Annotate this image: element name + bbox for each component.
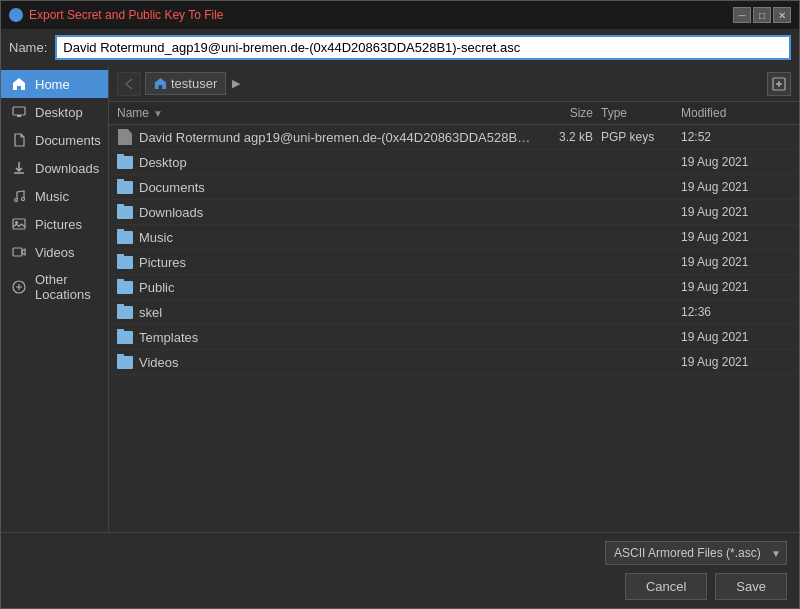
save-button[interactable]: Save bbox=[715, 573, 787, 600]
file-toolbar: testuser ▶ bbox=[109, 66, 799, 102]
documents-icon bbox=[11, 132, 27, 148]
svg-rect-6 bbox=[13, 248, 22, 256]
new-folder-button[interactable] bbox=[767, 72, 791, 96]
col-type-header: Type bbox=[601, 106, 681, 120]
filter-select[interactable]: ASCII Armored Files (*.asc) All Files bbox=[605, 541, 787, 565]
file-name: skel bbox=[139, 305, 162, 320]
minimize-button[interactable]: ─ bbox=[733, 7, 751, 23]
table-row[interactable]: Public 19 Aug 2021 bbox=[109, 275, 799, 300]
action-row: Cancel Save bbox=[13, 573, 787, 600]
filter-row: ASCII Armored Files (*.asc) All Files bbox=[13, 541, 787, 565]
app-icon bbox=[9, 8, 23, 22]
filename-input[interactable] bbox=[55, 35, 791, 60]
file-name-cell: skel bbox=[117, 304, 531, 320]
table-row[interactable]: Pictures 19 Aug 2021 bbox=[109, 250, 799, 275]
table-row[interactable]: Downloads 19 Aug 2021 bbox=[109, 200, 799, 225]
file-modified: 19 Aug 2021 bbox=[681, 205, 791, 219]
table-row[interactable]: Templates 19 Aug 2021 bbox=[109, 325, 799, 350]
breadcrumb-arrow: ▶ bbox=[230, 75, 242, 92]
file-modified: 12:36 bbox=[681, 305, 791, 319]
file-type-icon bbox=[117, 254, 133, 270]
sidebar-documents-label: Documents bbox=[35, 133, 101, 148]
sidebar-item-pictures[interactable]: Pictures bbox=[1, 210, 108, 238]
file-name: Desktop bbox=[139, 155, 187, 170]
close-button[interactable]: ✕ bbox=[773, 7, 791, 23]
file-type-icon bbox=[117, 304, 133, 320]
file-name: Pictures bbox=[139, 255, 186, 270]
file-type-icon bbox=[117, 229, 133, 245]
file-name-cell: Pictures bbox=[117, 254, 531, 270]
file-type-icon bbox=[117, 329, 133, 345]
folder-icon bbox=[117, 356, 133, 369]
svg-rect-4 bbox=[13, 219, 25, 229]
table-row[interactable]: Music 19 Aug 2021 bbox=[109, 225, 799, 250]
file-modified: 19 Aug 2021 bbox=[681, 230, 791, 244]
sidebar-videos-label: Videos bbox=[35, 245, 75, 260]
file-list-header: Name ▼ Size Type Modified bbox=[109, 102, 799, 125]
maximize-button[interactable]: □ bbox=[753, 7, 771, 23]
sidebar-item-desktop[interactable]: Desktop bbox=[1, 98, 108, 126]
plus-icon bbox=[11, 279, 27, 295]
sidebar-item-music[interactable]: Music bbox=[1, 182, 108, 210]
file-modified: 19 Aug 2021 bbox=[681, 280, 791, 294]
file-type-icon bbox=[117, 279, 133, 295]
file-name-cell: Videos bbox=[117, 354, 531, 370]
sidebar-desktop-label: Desktop bbox=[35, 105, 83, 120]
sidebar-item-videos[interactable]: Videos bbox=[1, 238, 108, 266]
file-name-cell: Music bbox=[117, 229, 531, 245]
col-size-header: Size bbox=[531, 106, 601, 120]
cancel-button[interactable]: Cancel bbox=[625, 573, 707, 600]
sidebar-item-documents[interactable]: Documents bbox=[1, 126, 108, 154]
file-type-icon bbox=[117, 179, 133, 195]
folder-icon bbox=[117, 206, 133, 219]
file-name: Public bbox=[139, 280, 174, 295]
back-button[interactable] bbox=[117, 72, 141, 96]
breadcrumb-home[interactable]: testuser bbox=[145, 72, 226, 95]
title-bar-left: Export Secret and Public Key To File bbox=[9, 8, 224, 22]
file-modified: 19 Aug 2021 bbox=[681, 155, 791, 169]
file-name: David Rotermund agp19@uni-bremen.de-(0x4… bbox=[139, 130, 531, 145]
folder-icon bbox=[117, 256, 133, 269]
file-name-cell: David Rotermund agp19@uni-bremen.de-(0x4… bbox=[117, 129, 531, 145]
table-row[interactable]: Videos 19 Aug 2021 bbox=[109, 350, 799, 375]
window-controls: ─ □ ✕ bbox=[733, 7, 791, 23]
file-name: Templates bbox=[139, 330, 198, 345]
file-modified: 19 Aug 2021 bbox=[681, 355, 791, 369]
svg-point-2 bbox=[15, 199, 18, 202]
file-name: Videos bbox=[139, 355, 179, 370]
col-name-header[interactable]: Name ▼ bbox=[117, 106, 531, 120]
sidebar-item-other-locations[interactable]: Other Locations bbox=[1, 266, 108, 308]
table-row[interactable]: Desktop 19 Aug 2021 bbox=[109, 150, 799, 175]
file-name: Music bbox=[139, 230, 173, 245]
sidebar-other-label: Other Locations bbox=[35, 272, 98, 302]
sidebar: Home Desktop Documents bbox=[1, 66, 109, 532]
file-name: Documents bbox=[139, 180, 205, 195]
name-bar: Name: bbox=[1, 29, 799, 66]
file-type-icon bbox=[117, 354, 133, 370]
sidebar-item-downloads[interactable]: Downloads bbox=[1, 154, 108, 182]
breadcrumb-label: testuser bbox=[171, 76, 217, 91]
file-name-cell: Templates bbox=[117, 329, 531, 345]
folder-icon bbox=[117, 281, 133, 294]
file-list: Name ▼ Size Type Modified bbox=[109, 102, 799, 532]
file-name: Downloads bbox=[139, 205, 203, 220]
table-row[interactable]: Documents 19 Aug 2021 bbox=[109, 175, 799, 200]
svg-point-3 bbox=[22, 198, 25, 201]
music-icon bbox=[11, 188, 27, 204]
sidebar-item-home[interactable]: Home bbox=[1, 70, 108, 98]
filter-select-wrap: ASCII Armored Files (*.asc) All Files bbox=[605, 541, 787, 565]
videos-icon bbox=[11, 244, 27, 260]
svg-rect-1 bbox=[17, 115, 21, 117]
file-size: 3.2 kB bbox=[531, 130, 601, 144]
svg-rect-0 bbox=[13, 107, 25, 115]
folder-icon bbox=[117, 331, 133, 344]
sidebar-home-label: Home bbox=[35, 77, 70, 92]
file-type-icon bbox=[117, 154, 133, 170]
table-row[interactable]: David Rotermund agp19@uni-bremen.de-(0x4… bbox=[109, 125, 799, 150]
file-modified: 19 Aug 2021 bbox=[681, 180, 791, 194]
file-name-cell: Desktop bbox=[117, 154, 531, 170]
toolbar-right bbox=[767, 72, 791, 96]
folder-icon bbox=[117, 306, 133, 319]
file-type-icon bbox=[117, 129, 133, 145]
table-row[interactable]: skel 12:36 bbox=[109, 300, 799, 325]
